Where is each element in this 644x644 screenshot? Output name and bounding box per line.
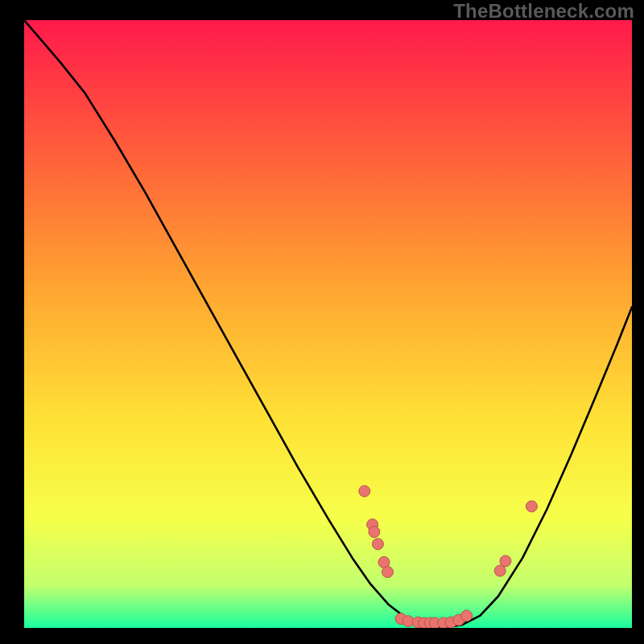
data-point [359,485,370,497]
chart-frame [12,20,632,640]
data-point [461,610,473,621]
data-point [500,555,511,567]
data-point [382,567,393,578]
data-point [369,526,380,538]
data-point [526,501,537,512]
data-point [372,539,383,550]
plot-area [24,20,632,628]
chart-svg [24,20,632,628]
gradient-background [24,20,632,628]
watermark-label: TheBottleneck.com [453,0,634,23]
